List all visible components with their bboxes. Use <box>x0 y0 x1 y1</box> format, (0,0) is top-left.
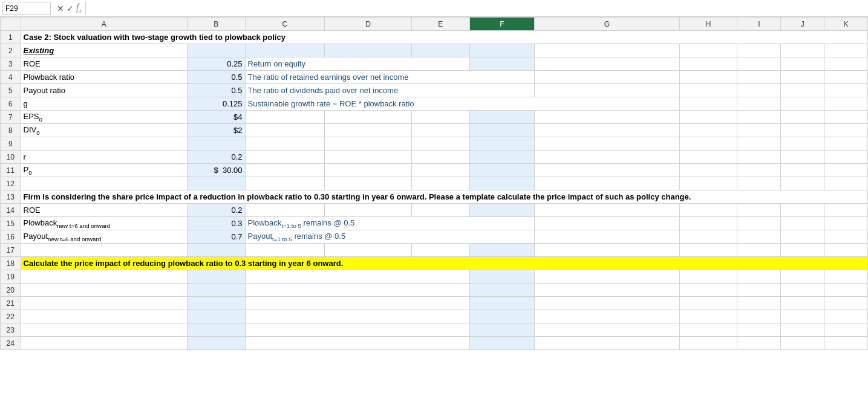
cell-a4[interactable]: Plowback ratio <box>21 71 187 84</box>
cell-h15[interactable] <box>679 217 737 230</box>
cell-k16[interactable] <box>824 230 868 244</box>
cell-b14[interactable]: 0.2 <box>187 204 245 217</box>
table-row[interactable]: 7 EPS0 $4 <box>1 111 868 124</box>
cell-reference-box[interactable]: F29 <box>2 2 51 15</box>
cell-a23[interactable] <box>21 323 187 337</box>
cell-g7[interactable] <box>535 111 679 124</box>
table-row[interactable]: 22 <box>1 310 868 323</box>
cell-h8[interactable] <box>679 124 737 137</box>
cell-j9[interactable] <box>781 137 824 151</box>
cell-j16[interactable] <box>781 230 824 244</box>
cell-j14[interactable] <box>781 204 824 217</box>
cell-b23[interactable] <box>187 323 245 337</box>
cell-b19[interactable] <box>187 270 245 284</box>
cell-h24[interactable] <box>679 337 737 350</box>
cell-c16[interactable]: Payoutt=1 to 5 remains @ 0.5 <box>245 230 535 244</box>
cell-g11[interactable] <box>535 164 679 177</box>
cell-h12[interactable] <box>679 177 737 190</box>
cell-k24[interactable] <box>824 337 868 350</box>
cell-j3[interactable] <box>781 57 824 71</box>
cell-i9[interactable] <box>737 137 781 151</box>
table-row[interactable]: 17 <box>1 244 868 257</box>
cell-k14[interactable] <box>824 204 868 217</box>
cell-f2[interactable] <box>469 44 535 57</box>
cell-b9[interactable] <box>187 137 245 151</box>
cell-c15[interactable]: Plowbackt=1 to 5 remains @ 0.5 <box>245 217 535 230</box>
cell-a12[interactable] <box>21 177 187 190</box>
cell-j15[interactable] <box>781 217 824 230</box>
cell-h6[interactable] <box>679 97 737 111</box>
cell-g16[interactable] <box>535 230 679 244</box>
cell-c9[interactable] <box>245 137 325 151</box>
cell-f9[interactable] <box>469 137 535 151</box>
cell-i20[interactable] <box>737 284 781 297</box>
cell-h20[interactable] <box>679 284 737 297</box>
cell-g19[interactable] <box>535 270 679 284</box>
cell-h19[interactable] <box>679 270 737 284</box>
table-row[interactable]: 8 DIV0 $2 <box>1 124 868 137</box>
cell-h2[interactable] <box>679 44 737 57</box>
cell-h10[interactable] <box>679 151 737 164</box>
cell-i10[interactable] <box>737 151 781 164</box>
cell-f22[interactable] <box>469 310 535 323</box>
cell-c17[interactable] <box>245 244 325 257</box>
cell-k20[interactable] <box>824 284 868 297</box>
cell-j10[interactable] <box>781 151 824 164</box>
cell-g9[interactable] <box>535 137 679 151</box>
cell-g21[interactable] <box>535 297 679 310</box>
cell-c12[interactable] <box>245 177 325 190</box>
cell-c23[interactable] <box>245 323 469 337</box>
table-row[interactable]: 9 <box>1 137 868 151</box>
col-header-a[interactable]: A <box>21 18 187 31</box>
table-row[interactable]: 4 Plowback ratio 0.5 The ratio of retain… <box>1 71 868 84</box>
cell-e17[interactable] <box>411 244 469 257</box>
cell-j22[interactable] <box>781 310 824 323</box>
cell-a6[interactable]: g <box>21 97 187 111</box>
cell-f23[interactable] <box>469 323 535 337</box>
table-row[interactable]: 16 Payoutnew t=6 and onward 0.7 Payoutt=… <box>1 230 868 244</box>
cell-c19[interactable] <box>245 270 469 284</box>
cell-k2[interactable] <box>824 44 868 57</box>
cell-a2[interactable]: Existing <box>21 44 187 57</box>
table-row[interactable]: 12 <box>1 177 868 190</box>
col-header-h[interactable]: H <box>679 18 737 31</box>
cell-f14[interactable] <box>469 204 535 217</box>
cell-h22[interactable] <box>679 310 737 323</box>
cell-a3[interactable]: ROE <box>21 57 187 71</box>
cell-f21[interactable] <box>469 297 535 310</box>
cell-d14[interactable] <box>325 204 412 217</box>
cell-d10[interactable] <box>325 151 412 164</box>
cancel-icon[interactable]: ✕ <box>57 4 64 13</box>
cell-d7[interactable] <box>325 111 412 124</box>
cell-a1[interactable]: Case 2: Stock valuation with two-stage g… <box>21 31 867 44</box>
cell-e14[interactable] <box>411 204 469 217</box>
cell-e10[interactable] <box>411 151 469 164</box>
table-row[interactable]: 20 <box>1 284 868 297</box>
cell-g4[interactable] <box>535 71 679 84</box>
cell-i8[interactable] <box>737 124 781 137</box>
cell-a11[interactable]: P0 <box>21 164 187 177</box>
cell-c3[interactable]: Return on equity <box>245 57 469 71</box>
cell-k23[interactable] <box>824 323 868 337</box>
cell-c24[interactable] <box>245 337 469 350</box>
cell-b11[interactable]: $ 30.00 <box>187 164 245 177</box>
table-row[interactable]: 2 Existing <box>1 44 868 57</box>
col-header-i[interactable]: I <box>737 18 781 31</box>
cell-i3[interactable] <box>737 57 781 71</box>
cell-b6[interactable]: 0.125 <box>187 97 245 111</box>
col-header-b[interactable]: B <box>187 18 245 31</box>
cell-h5[interactable] <box>679 84 737 97</box>
cell-k22[interactable] <box>824 310 868 323</box>
cell-k10[interactable] <box>824 151 868 164</box>
cell-h3[interactable] <box>679 57 737 71</box>
cell-g23[interactable] <box>535 323 679 337</box>
cell-d9[interactable] <box>325 137 412 151</box>
function-icon[interactable]: fx <box>76 2 82 14</box>
cell-e11[interactable] <box>411 164 469 177</box>
cell-b22[interactable] <box>187 310 245 323</box>
cell-i2[interactable] <box>737 44 781 57</box>
cell-b4[interactable]: 0.5 <box>187 71 245 84</box>
cell-g24[interactable] <box>535 337 679 350</box>
cell-a20[interactable] <box>21 284 187 297</box>
cell-j8[interactable] <box>781 124 824 137</box>
